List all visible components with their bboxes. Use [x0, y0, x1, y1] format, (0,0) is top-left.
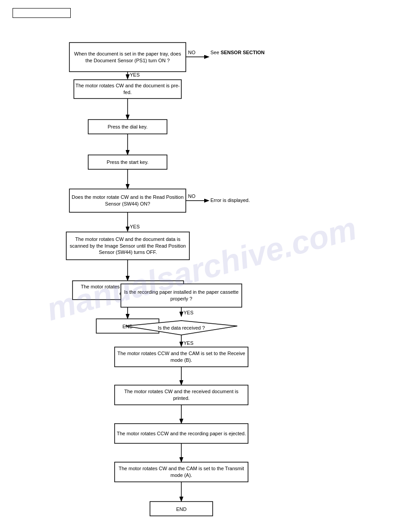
- fc2-yes2-label: YES: [184, 340, 193, 346]
- fc2-box5-text: The motor rotates CCW and the recording …: [115, 424, 248, 443]
- fc1-box5-text: Does the motor rotate CW and is the Read…: [69, 189, 186, 212]
- fc1-no1-label: NO: [188, 50, 196, 55]
- fc1-error-text: Error is displayed.: [210, 197, 250, 203]
- fc2-box1-text: Is the recording paper installed in the …: [121, 284, 242, 307]
- fc2-box2-text: Is the data received ?: [133, 321, 229, 335]
- fc1-box4-text: Press the start key.: [88, 155, 167, 169]
- top-label-box: [13, 8, 71, 18]
- fc2-yes1-label: YES: [184, 310, 193, 315]
- fc1-box1-text: When the document is set in the paper tr…: [69, 43, 186, 72]
- fc1-yes1-label: YES: [130, 72, 140, 77]
- fc2-end-text: END: [176, 506, 186, 512]
- fc1-box2-text: The motor rotates CW and the document is…: [74, 80, 181, 99]
- fc1-yes2-label: YES: [130, 224, 140, 229]
- flowchart-svg: When the document is set in the paper tr…: [0, 0, 411, 532]
- fc2-box6-text: The motor rotates CW and the CAM is set …: [115, 462, 248, 482]
- fc1-box3-text: Press the dial key.: [88, 120, 167, 134]
- fc1-no2-label: NO: [188, 193, 196, 199]
- fc1-box6-text: The motor rotates CW and the document da…: [66, 232, 189, 260]
- fc2-box3-text: The motor rotates CCW and the CAM is set…: [115, 347, 248, 367]
- fc2-box4-text: The motor rotates CW and the received do…: [115, 385, 248, 405]
- page: manualsarchive.com When the document is …: [0, 0, 411, 532]
- fc1-sensor-section-text: See SENSOR SECTION: [210, 50, 265, 55]
